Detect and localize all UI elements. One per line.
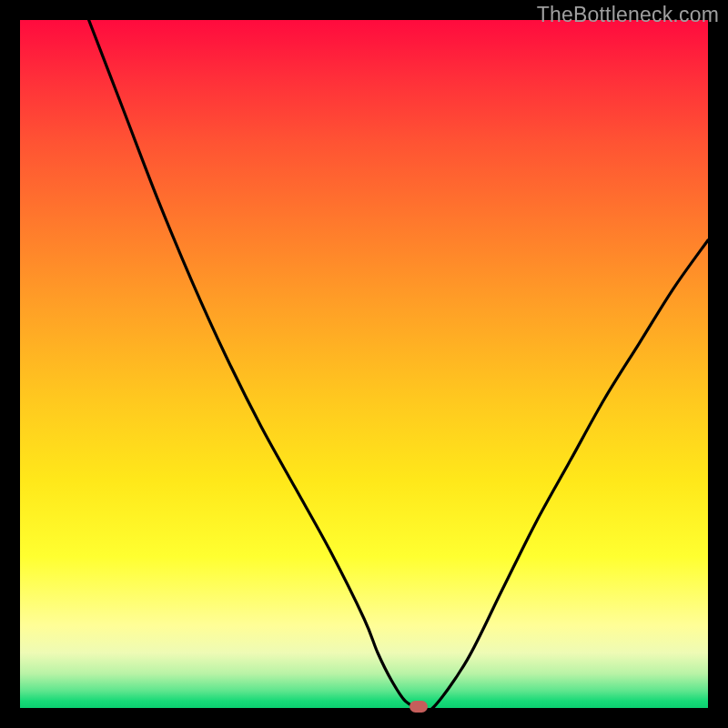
bottleneck-curve (20, 20, 708, 708)
plot-area (20, 20, 708, 708)
optimal-point-marker (410, 701, 428, 713)
chart-frame: TheBottleneck.com (0, 0, 728, 728)
watermark-text: TheBottleneck.com (537, 3, 719, 27)
